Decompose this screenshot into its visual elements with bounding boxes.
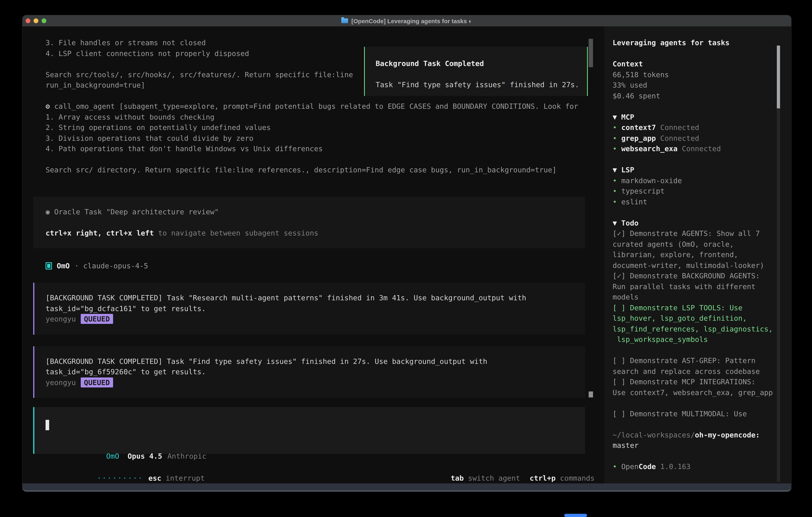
prompt-input[interactable]: OmOOpus 4.5Anthropic [33,407,585,454]
text-line: [ ] Demonstrate LSP TOOLS: Use [613,302,775,313]
text-line: librarian, explore, frontend, [613,249,775,260]
window-title-text: [OpenCode] Leveraging agents for tasks ◐ [351,18,472,24]
text-line: [✓] Demonstrate AGENTS: Show all 7 [613,228,775,239]
toast-body: Task "Find type safety issues" finished … [376,80,587,90]
text-line [613,207,775,218]
text-line: • typescript [613,186,775,196]
text-line: 2. String operations on potentially unde… [46,123,604,133]
task-message-line: [BACKGROUND TASK COMPLETED] Task "Find t… [46,356,585,366]
opencode-window: [OpenCode] Leveraging agents for tasks ◐… [22,15,791,491]
text-line: 33% used [613,80,775,90]
tab-key-label: switch agent [464,473,520,482]
text-cursor [46,420,49,430]
text-line: Context [613,59,775,70]
scrollbar-marker[interactable] [589,391,593,398]
task-author: yeongyu [46,315,76,323]
text-line [613,154,775,165]
status-badge: QUEUED [81,314,113,324]
terminal-main-pane: 3. File handles or streams not closed4. … [22,26,604,484]
text-line: • eslint [613,196,775,207]
text-line: [ ] Demonstrate MCP INTEGRATIONS: [613,377,775,387]
input-model-label: Opus 4.5 [127,452,162,460]
text-line: [ ] Demonstrate MULTIMODAL: Use [613,408,775,419]
scrollbar-thumb[interactable] [589,39,593,67]
toast-notification: Background Task Completed Task "Find typ… [364,47,588,96]
dock-indicator [564,514,587,517]
task-message-line: task_id="bg_dcfac161" to get results. [46,303,585,314]
agent-name: OmO [57,262,70,270]
input-agent-label: OmO [106,452,119,460]
toast-title: Background Task Completed [376,58,587,69]
window-bottom-edge [22,483,791,491]
text-line: ▼ MCP [613,112,775,123]
text-line: $0.46 spent [613,90,775,101]
ctrlp-key-label: commands [556,473,594,482]
text-line [613,398,775,408]
text-line [613,101,775,112]
background-task-message: [BACKGROUND TASK COMPLETED] Task "Resear… [33,283,585,334]
text-line: search and replace across codebase [613,366,775,377]
text-line [613,419,775,430]
text-line: ▼ Todo [613,218,775,228]
text-line: ~/local-workspaces/oh-my-opencode: [613,430,775,440]
text-line: [✓] Demonstrate BACKGROUND AGENTS: [613,271,775,281]
omo-agent-icon [46,262,52,269]
text-line: master [613,440,775,451]
text-line [613,345,775,355]
text-line: models [613,292,775,302]
task-message-list: [BACKGROUND TASK COMPLETED] Task "Resear… [22,283,604,398]
text-line: • context7 Connected [613,123,775,133]
text-line: curated agents (OmO, oracle, [613,239,775,249]
background-task-message: [BACKGROUND TASK COMPLETED] Task "Find t… [33,346,585,398]
text-line: ◉ Oracle Task "Deep architecture review" [46,207,585,217]
text-line: [ ] Demonstrate AST-GREP: Pattern [613,355,775,366]
sidebar-scrollbar-thumb[interactable] [777,46,780,108]
text-line: • markdown-oxide [613,175,775,186]
spinner-dots: ········· [97,473,143,482]
oracle-task-box: ◉ Oracle Task "Deep architecture review"… [33,196,585,248]
window-titlebar[interactable]: [OpenCode] Leveraging agents for tasks ◐ [22,15,791,26]
desktop-background: [OpenCode] Leveraging agents for tasks ◐… [0,0,812,517]
text-line: Leveraging agents for tasks [613,37,775,48]
text-line: 66,518 tokens [613,70,775,80]
sidebar: Leveraging agents for tasks Context66,51… [604,26,791,484]
input-model-info: OmOOpus 4.5Anthropic [46,440,206,472]
text-line [46,217,585,228]
text-line: ctrl+x right, ctrl+x left to navigate be… [46,228,585,238]
ctrlp-key-hint: ctrl+p [530,473,556,482]
task-message-meta: yeongyuQUEUED [46,377,585,388]
text-line: Use context7, websearch_exa, grep_app [613,387,775,398]
text-line: lsp_hover, lsp_goto_definition, [613,313,775,324]
status-badge: QUEUED [81,377,113,387]
esc-key-hint: esc [148,473,162,482]
esc-key-label: interrupt [162,473,205,482]
agent-model: · claude-opus-4-5 [75,262,148,270]
text-line: 3. Division operations that could divide… [46,133,604,143]
text-line [46,154,604,165]
text-line [613,451,775,461]
task-author: yeongyu [46,378,76,386]
text-line: ▼ LSP [613,165,775,175]
text-line: document-writer, multimodal-looker) [613,260,775,271]
text-line: • OpenCode 1.0.163 [613,461,775,472]
folder-icon [342,19,348,23]
tab-key-hint: tab [451,473,464,482]
text-line [613,48,775,59]
window-title: [OpenCode] Leveraging agents for tasks ◐ [22,15,791,26]
text-line: ⚙ call_omo_agent [subagent_type=explore,… [46,101,604,112]
text-line: • grep_app Connected [613,133,775,143]
sidebar-scrollbar-track[interactable] [777,46,780,482]
text-line: • websearch_exa Connected [613,143,775,154]
agent-header: OmO · claude-opus-4-5 [46,260,604,271]
text-line: 1. Array access without bounds checking [46,112,604,123]
sidebar-content: Leveraging agents for tasks Context66,51… [613,37,775,472]
task-message-line: task_id="bg_6f59260c" to get results. [46,366,585,377]
status-right: tab switch agentctrl+p commands [390,462,594,484]
text-line: Run parallel tasks with different [613,281,775,292]
text-line: Search src/ directory. Return specific f… [46,165,604,175]
task-message-meta: yeongyuQUEUED [46,314,585,324]
text-line: 4. Path operations that don't handle Win… [46,143,604,154]
input-provider-label: Anthropic [168,452,206,460]
text-line: lsp_find_references, lsp_diagnostics, [613,324,775,334]
task-message-line: [BACKGROUND TASK COMPLETED] Task "Resear… [46,293,585,303]
